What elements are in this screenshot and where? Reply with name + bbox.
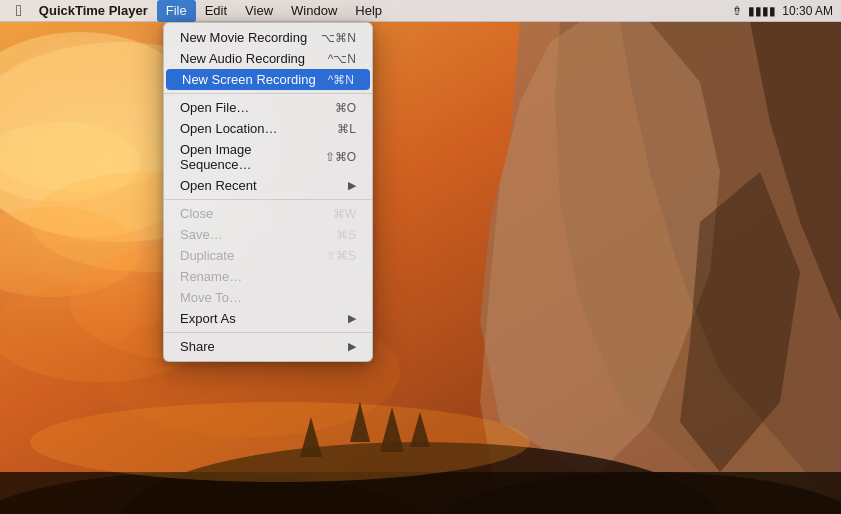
duplicate-item[interactable]: Duplicate ⇧⌘S [164,245,372,266]
export-as-item[interactable]: Export As ▶ [164,308,372,329]
open-location-item[interactable]: Open Location… ⌘L [164,118,372,139]
open-image-sequence-item[interactable]: Open Image Sequence… ⇧⌘O [164,139,372,175]
close-label: Close [180,206,213,221]
new-screen-recording-shortcut: ^⌘N [328,73,354,87]
open-image-sequence-label: Open Image Sequence… [180,142,325,172]
open-file-shortcut: ⌘O [335,101,356,115]
close-shortcut: ⌘W [333,207,356,221]
open-file-label: Open File… [180,100,249,115]
close-item[interactable]: Close ⌘W [164,203,372,224]
save-shortcut: ⌘S [336,228,356,242]
duplicate-shortcut: ⇧⌘S [326,249,356,263]
new-audio-recording-shortcut: ^⌥N [328,52,356,66]
save-label: Save… [180,227,223,242]
apple-menu-item[interactable]:  [8,0,30,22]
battery-icon: ▮▮▮▮ [748,4,776,18]
share-arrow: ▶ [348,340,356,353]
file-menu-item[interactable]: File [157,0,196,22]
open-image-sequence-shortcut: ⇧⌘O [325,150,356,164]
help-menu-item[interactable]: Help [346,0,391,22]
separator-2 [164,199,372,200]
open-recent-label: Open Recent [180,178,257,193]
duplicate-label: Duplicate [180,248,234,263]
menubar:  QuickTime Player File Edit View Window… [0,0,841,22]
share-label: Share [180,339,215,354]
move-to-item[interactable]: Move To… [164,287,372,308]
export-as-arrow: ▶ [348,312,356,325]
move-to-label: Move To… [180,290,242,305]
quicktime-menu-item[interactable]: QuickTime Player [30,0,157,22]
separator-3 [164,332,372,333]
clock: 10:30 AM [782,4,833,18]
new-audio-recording-label: New Audio Recording [180,51,305,66]
open-recent-item[interactable]: Open Recent ▶ [164,175,372,196]
separator-1 [164,93,372,94]
open-location-shortcut: ⌘L [337,122,356,136]
window-menu-item[interactable]: Window [282,0,346,22]
new-screen-recording-label: New Screen Recording [182,72,316,87]
new-movie-recording-label: New Movie Recording [180,30,307,45]
desktop-background [0,0,841,514]
view-menu-item[interactable]: View [236,0,282,22]
file-dropdown-menu: New Movie Recording ⌥⌘N New Audio Record… [163,22,373,362]
open-file-item[interactable]: Open File… ⌘O [164,97,372,118]
rename-label: Rename… [180,269,242,284]
rename-item[interactable]: Rename… [164,266,372,287]
new-movie-recording-item[interactable]: New Movie Recording ⌥⌘N [164,27,372,48]
new-screen-recording-item[interactable]: New Screen Recording ^⌘N [166,69,370,90]
edit-menu-item[interactable]: Edit [196,0,236,22]
wifi-icon[interactable]: ⇮ [732,4,742,18]
share-item[interactable]: Share ▶ [164,336,372,357]
save-item[interactable]: Save… ⌘S [164,224,372,245]
menubar-right: ⇮ ▮▮▮▮ 10:30 AM [732,4,833,18]
new-audio-recording-item[interactable]: New Audio Recording ^⌥N [164,48,372,69]
new-movie-recording-shortcut: ⌥⌘N [321,31,356,45]
rock-overlay [378,0,841,514]
export-as-label: Export As [180,311,236,326]
open-recent-arrow: ▶ [348,179,356,192]
open-location-label: Open Location… [180,121,278,136]
